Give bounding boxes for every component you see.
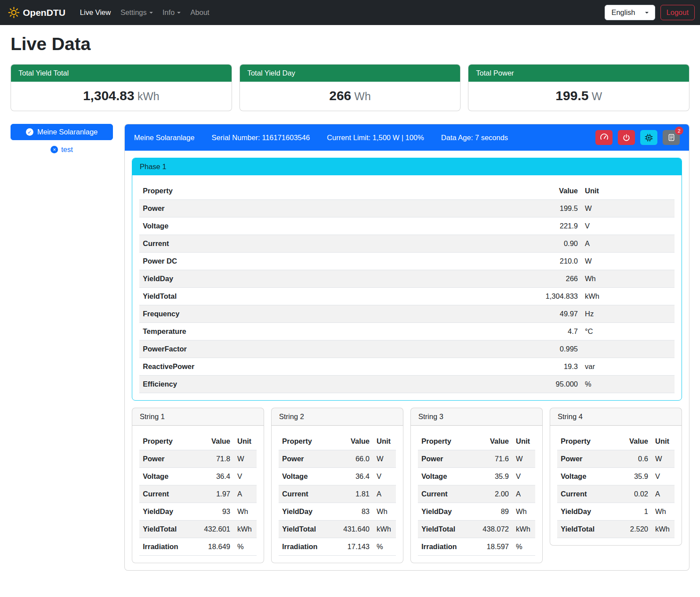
navbar: OpenDTU Live View Settings Info About En… xyxy=(0,0,700,25)
table-row: PowerFactor0.995 xyxy=(139,340,675,358)
row-property: YieldDay xyxy=(139,270,404,288)
row-property: Irradiation xyxy=(279,538,340,556)
nav-item-label: Info xyxy=(163,8,175,17)
row-property: Voltage xyxy=(279,468,340,485)
table-header-row: Property Value Unit xyxy=(139,433,257,450)
table-row: Current0.90A xyxy=(139,235,675,253)
row-property: Voltage xyxy=(418,468,479,485)
row-value: 221.9 xyxy=(404,217,581,235)
table-row: YieldTotal431.640kWh xyxy=(279,521,396,538)
row-value: 0.90 xyxy=(404,235,581,253)
nav-item-live-view[interactable]: Live View xyxy=(75,5,116,20)
string-card-body: Property Value Unit Power0.6WVoltage35.9… xyxy=(550,426,682,545)
language-select[interactable]: English xyxy=(605,5,655,20)
language-select-value: English xyxy=(611,8,635,17)
row-unit: °C xyxy=(581,323,675,340)
table-header-row: Property Value Unit xyxy=(418,433,535,450)
header-unit: Unit xyxy=(652,433,675,450)
navbar-right: English Logout xyxy=(605,5,695,20)
nav-item-about[interactable]: About xyxy=(185,5,214,20)
phase-card: Phase 1 Property Value Unit Power199.5WV… xyxy=(132,158,682,401)
table-row: Voltage221.9V xyxy=(139,217,675,235)
table-row: YieldTotal432.601kWh xyxy=(139,521,257,538)
row-value: 49.97 xyxy=(404,305,581,323)
limit-settings-button[interactable] xyxy=(595,130,613,145)
event-count-badge: 2 xyxy=(675,127,683,135)
row-property: Power xyxy=(279,450,340,468)
header-value: Value xyxy=(200,433,234,450)
table-row: YieldDay83Wh xyxy=(279,503,396,521)
row-unit: % xyxy=(234,538,257,556)
row-property: YieldTotal xyxy=(279,521,340,538)
summary-card-title: Total Power xyxy=(468,65,689,82)
row-value: 95.000 xyxy=(404,376,581,393)
row-value: 36.4 xyxy=(200,468,234,485)
row-unit: var xyxy=(581,358,675,376)
row-value: 66.0 xyxy=(340,450,373,468)
panel-actions: 2 xyxy=(595,130,680,145)
table-row: Current2.00A xyxy=(418,485,535,503)
row-property: Irradiation xyxy=(139,538,200,556)
row-unit: A xyxy=(652,485,675,503)
summary-value: 199.5 xyxy=(555,88,588,103)
row-property: Power DC xyxy=(139,253,404,270)
event-log-button[interactable]: 2 xyxy=(663,130,680,145)
row-value: 4.7 xyxy=(404,323,581,340)
table-row: Voltage35.9V xyxy=(557,468,675,485)
table-row: Power0.6W xyxy=(557,450,675,468)
sun-icon xyxy=(8,7,20,18)
row-property: PowerFactor xyxy=(139,340,404,358)
table-row: ReactivePower19.3var xyxy=(139,358,675,376)
row-property: Current xyxy=(139,235,404,253)
inverter-select-button[interactable]: ✓ Meine Solaranlage xyxy=(11,124,113,140)
header-unit: Unit xyxy=(581,182,675,200)
string-table: Property Value Unit Power0.6WVoltage35.9… xyxy=(557,433,675,538)
inverter-name: Meine Solaranlage xyxy=(134,134,195,142)
table-row: YieldDay93Wh xyxy=(139,503,257,521)
row-property: Power xyxy=(139,450,200,468)
power-button[interactable] xyxy=(618,130,635,145)
string-card-title: String 3 xyxy=(411,408,542,426)
row-unit: W xyxy=(652,450,675,468)
table-row: Voltage36.4V xyxy=(279,468,396,485)
table-row: YieldDay89Wh xyxy=(418,503,535,521)
row-value: 71.8 xyxy=(200,450,234,468)
summary-value: 266 xyxy=(329,88,351,103)
phase-card-body: Property Value Unit Power199.5WVoltage22… xyxy=(132,175,682,400)
row-unit: W xyxy=(581,200,675,217)
page-title: Live Data xyxy=(11,34,689,54)
table-header-row: Property Value Unit xyxy=(139,182,675,200)
row-unit: Wh xyxy=(373,503,396,521)
table-row: YieldTotal438.072kWh xyxy=(418,521,535,538)
nav-item-label: About xyxy=(190,8,209,17)
phase-table: Property Value Unit Power199.5WVoltage22… xyxy=(139,182,675,393)
string-table: Property Value Unit Power66.0WVoltage36.… xyxy=(279,433,396,556)
summary-unit: kWh xyxy=(138,90,160,102)
nav-item-settings[interactable]: Settings xyxy=(116,5,158,20)
logout-button[interactable]: Logout xyxy=(660,5,695,20)
row-unit: kWh xyxy=(234,521,257,538)
row-unit: A xyxy=(234,485,257,503)
row-property: YieldDay xyxy=(418,503,479,521)
string-card-2: String 2 Property Value Unit xyxy=(271,408,403,563)
string-card-body: Property Value Unit Power71.8WVoltage36.… xyxy=(132,426,264,563)
app-brand[interactable]: OpenDTU xyxy=(4,7,69,18)
header-property: Property xyxy=(139,433,200,450)
row-property: YieldDay xyxy=(557,503,618,521)
header-property: Property xyxy=(279,433,340,450)
row-property: Frequency xyxy=(139,305,404,323)
row-property: Current xyxy=(139,485,200,503)
row-unit: kWh xyxy=(581,288,675,305)
nav-item-info[interactable]: Info xyxy=(158,5,186,20)
row-value: 18.597 xyxy=(479,538,512,556)
summary-value: 1,304.83 xyxy=(83,88,134,103)
main-row: ✓ Meine Solaranlage × test Meine Solaran… xyxy=(11,124,689,571)
row-value: 438.072 xyxy=(479,521,512,538)
row-unit: W xyxy=(581,253,675,270)
row-property: Power xyxy=(139,200,404,217)
row-unit: A xyxy=(581,235,675,253)
row-property: YieldTotal xyxy=(557,521,618,538)
table-row: YieldTotal1,304.833kWh xyxy=(139,288,675,305)
inverter-list-item-test[interactable]: × test xyxy=(11,145,113,154)
device-info-button[interactable] xyxy=(640,130,657,145)
